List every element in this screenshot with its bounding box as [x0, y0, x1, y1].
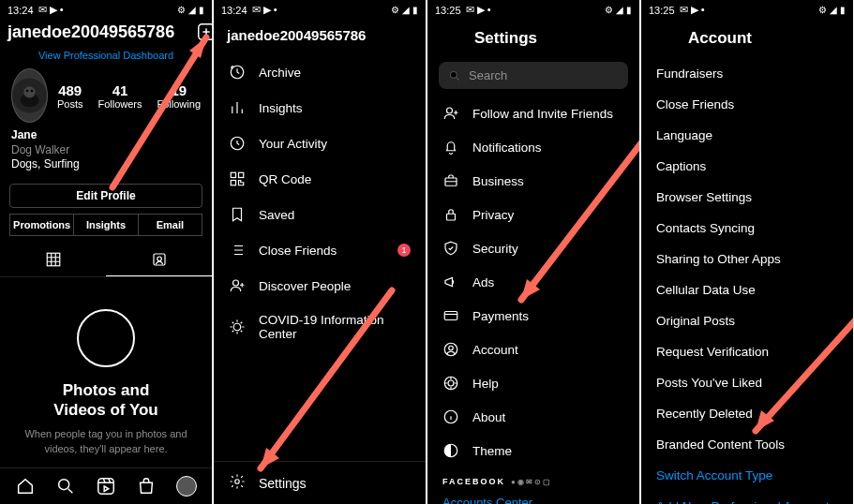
settings-item-business[interactable]: Business: [427, 164, 639, 198]
settings-item-label: Help: [472, 377, 499, 391]
drawer-item-archive[interactable]: Archive: [214, 54, 426, 90]
settings-item-account[interactable]: Account: [427, 333, 639, 366]
nav-home[interactable]: [15, 476, 36, 497]
back-button[interactable]: [441, 27, 459, 49]
settings-item-label: Ads: [472, 275, 494, 289]
search-input[interactable]: Search: [439, 62, 628, 89]
username-dropdown[interactable]: janedoe20049565786: [7, 22, 187, 42]
screen-settings: 13:25✉ ▶ • ⚙ ◢ ▮ Settings Search Follow …: [427, 0, 639, 504]
drawer-item-qr-code[interactable]: QR Code: [214, 161, 426, 197]
drawer-item-close-friends[interactable]: Close Friends1: [214, 232, 426, 268]
settings-item-label: Follow and Invite Friends: [472, 107, 613, 121]
drawer-item-label: Saved: [259, 208, 294, 222]
drawer-item-saved[interactable]: Saved: [214, 197, 426, 232]
stat-posts[interactable]: 489Posts: [57, 82, 83, 110]
settings-label: Settings: [259, 476, 307, 491]
help-icon: [442, 375, 459, 392]
settings-item-theme[interactable]: Theme: [427, 434, 639, 467]
stat-followers[interactable]: 41Followers: [97, 82, 142, 110]
shield-icon: [442, 240, 459, 257]
search-placeholder: Search: [469, 68, 507, 82]
screen-account: 13:25✉ ▶ • ⚙ ◢ ▮ Account FundraisersClos…: [641, 0, 853, 504]
drawer-item-label: COVID-19 Information Center: [259, 313, 411, 341]
account-item-sharing-to-other-apps[interactable]: Sharing to Other Apps: [641, 244, 853, 274]
svg-rect-29: [444, 312, 457, 320]
tab-grid[interactable]: [0, 244, 106, 276]
create-button[interactable]: [196, 22, 212, 42]
grid-icon: [45, 251, 62, 268]
settings-item-about[interactable]: About: [427, 400, 639, 434]
svg-rect-6: [47, 254, 60, 267]
svg-point-20: [233, 280, 239, 286]
edit-profile-button[interactable]: Edit Profile: [9, 184, 202, 208]
svg-rect-19: [231, 181, 235, 185]
drawer-item-label: Insights: [259, 101, 303, 115]
nav-shop[interactable]: [136, 476, 157, 497]
svg-point-8: [157, 257, 161, 261]
drawer-item-discover-people[interactable]: Discover People: [214, 268, 426, 304]
nav-search[interactable]: [55, 476, 76, 497]
insights-button[interactable]: Insights: [74, 214, 138, 236]
settings-item-label: Notifications: [472, 141, 542, 155]
user-plus-icon: [229, 277, 246, 294]
avatar-image: [12, 69, 47, 122]
tab-tagged[interactable]: [106, 244, 212, 276]
svg-point-33: [448, 380, 454, 386]
settings-item-ads[interactable]: Ads: [427, 265, 639, 299]
stat-following[interactable]: 19Following: [157, 82, 201, 110]
settings-item-label: About: [472, 410, 505, 424]
plus-square-icon: [196, 22, 212, 42]
accounts-center-link[interactable]: Accounts Center: [427, 490, 639, 504]
switch-account-type-link[interactable]: Switch Account Type: [641, 460, 853, 491]
promotions-button[interactable]: Promotions: [9, 214, 74, 236]
briefcase-icon: [442, 172, 459, 189]
email-button[interactable]: Email: [139, 214, 202, 236]
settings-item-label: Theme: [472, 444, 512, 458]
account-item-posts-you-ve-liked[interactable]: Posts You've Liked: [641, 367, 853, 398]
drawer-item-insights[interactable]: Insights: [214, 90, 426, 126]
account-item-contacts-syncing[interactable]: Contacts Syncing: [641, 213, 853, 244]
settings-item-label: Business: [472, 174, 524, 188]
nav-profile[interactable]: [176, 476, 197, 497]
drawer-settings[interactable]: Settings: [214, 461, 426, 504]
account-item-browser-settings[interactable]: Browser Settings: [641, 182, 853, 213]
bio-name: Jane: [11, 128, 201, 143]
svg-rect-7: [154, 254, 165, 265]
settings-item-follow-and-invite-friends[interactable]: Follow and Invite Friends: [427, 96, 639, 130]
svg-point-5: [31, 90, 33, 92]
settings-item-privacy[interactable]: Privacy: [427, 198, 639, 231]
user-circle-icon: [442, 341, 459, 358]
arrow-left-icon: [441, 27, 459, 46]
svg-point-10: [102, 334, 110, 342]
settings-item-security[interactable]: Security: [427, 231, 639, 265]
account-item-fundraisers[interactable]: Fundraisers: [641, 58, 853, 89]
account-item-close-friends[interactable]: Close Friends: [641, 89, 853, 120]
account-item-original-posts[interactable]: Original Posts: [641, 305, 853, 336]
back-button[interactable]: [654, 27, 673, 49]
add-professional-account-link[interactable]: Add New Professional Account: [641, 491, 853, 504]
svg-rect-12: [98, 479, 114, 495]
account-item-language[interactable]: Language: [641, 120, 853, 151]
drawer-item-label: Discover People: [259, 279, 351, 293]
nav-reels[interactable]: [96, 476, 116, 497]
profile-avatar[interactable]: [11, 68, 48, 123]
drawer-item-covid-19-information-center[interactable]: COVID-19 Information Center: [214, 304, 426, 350]
dashboard-link[interactable]: View Professional Dashboard: [0, 46, 212, 68]
badge: 1: [397, 244, 411, 257]
settings-item-notifications[interactable]: Notifications: [427, 130, 639, 164]
account-item-cellular-data-use[interactable]: Cellular Data Use: [641, 274, 853, 305]
account-item-recently-deleted[interactable]: Recently Deleted: [641, 398, 853, 429]
account-item-request-verification[interactable]: Request Verification: [641, 336, 853, 367]
facebook-section-label: FACEBOOK ●◉✉⊙▢: [442, 477, 624, 486]
account-item-branded-content-tools[interactable]: Branded Content Tools: [641, 429, 853, 460]
account-item-captions[interactable]: Captions: [641, 151, 853, 182]
screen-drawer: 13:24✉ ▶ • ⚙ ◢ ▮ janedoe20049565786 Arch…: [214, 0, 426, 504]
svg-rect-28: [447, 214, 456, 220]
svg-point-26: [447, 108, 453, 113]
settings-item-payments[interactable]: Payments: [427, 299, 639, 333]
drawer-item-label: Archive: [259, 66, 301, 80]
settings-item-label: Privacy: [472, 208, 514, 222]
drawer-item-your-activity[interactable]: Your Activity: [214, 126, 426, 161]
list-icon: [229, 242, 246, 259]
settings-item-help[interactable]: Help: [427, 366, 639, 400]
